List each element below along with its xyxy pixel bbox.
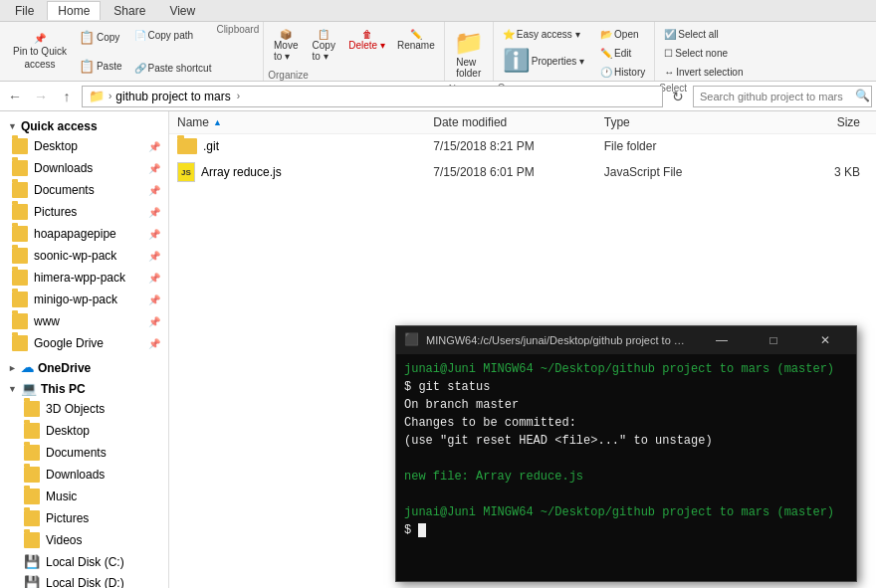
sidebar-item-hoapapagepipe[interactable]: hoapapagepipe 📌 <box>0 223 168 245</box>
pin-icon: 📌 <box>148 316 160 327</box>
col-date-header[interactable]: Date modified <box>433 115 604 129</box>
sidebar-item-desktop-quick[interactable]: Desktop 📌 <box>0 135 168 157</box>
file-row-arrayreduce[interactable]: JS Array reduce.js 7/15/2018 6:01 PM Jav… <box>169 158 876 186</box>
select-none-button[interactable]: ☐ Select none <box>659 45 748 62</box>
sidebar-item-downloads-pc[interactable]: Downloads <box>0 464 168 486</box>
terminal-cursor-line: $ <box>404 523 418 537</box>
tab-share[interactable]: Share <box>103 1 156 21</box>
pin-icon: 📌 <box>148 207 160 218</box>
edit-button[interactable]: ✏️ Edit <box>595 45 650 62</box>
col-name-header[interactable]: Name ▲ <box>177 115 433 129</box>
path-arrow-end: › <box>237 91 240 101</box>
open-button[interactable]: 📂 Open <box>595 26 650 43</box>
copy-button[interactable]: 📋 Copy <box>74 27 127 48</box>
minimize-button[interactable]: — <box>699 326 745 354</box>
sidebar-item-downloads-quick[interactable]: Downloads 📌 <box>0 157 168 179</box>
open-icon: 📂 <box>600 29 612 40</box>
address-bar: ← → ↑ 📁 › github project to mars › ↻ 🔍 <box>0 82 876 111</box>
clipboard-label: Clipboard <box>216 24 259 81</box>
sidebar-item-soonic[interactable]: soonic-wp-pack 📌 <box>0 245 168 267</box>
copy-to-icon: 📋 <box>318 29 329 40</box>
sidebar-item-documents-quick[interactable]: Documents 📌 <box>0 179 168 201</box>
terminal-line-8 <box>404 486 848 503</box>
sidebar-label: Pictures <box>34 205 77 219</box>
chevron-icon: ▼ <box>8 384 17 394</box>
close-button[interactable]: ✕ <box>802 326 848 354</box>
paste-shortcut-button[interactable]: 🔗 Paste shortcut <box>129 60 217 77</box>
folder-icon <box>24 489 40 504</box>
sidebar-item-desktop-pc[interactable]: Desktop <box>0 420 168 442</box>
up-button[interactable]: ↑ <box>56 86 78 107</box>
terminal-branch-info: On branch master <box>404 398 519 412</box>
chevron-icon: ► <box>8 363 17 373</box>
maximize-button[interactable]: □ <box>751 326 796 354</box>
file-name-git: .git <box>177 138 433 154</box>
forward-button[interactable]: → <box>30 86 52 107</box>
pin-icon: 📌 <box>148 141 160 152</box>
pin-icon: 📌 <box>148 251 160 262</box>
refresh-button[interactable]: ↻ <box>667 86 689 107</box>
terminal-titlebar: ⬛ MINGW64:/c/Users/junai/Desktop/github … <box>396 326 856 354</box>
terminal-new-file-name: Array reduce.js <box>476 470 583 484</box>
terminal-cursor <box>418 523 425 537</box>
tab-file[interactable]: File <box>4 1 45 21</box>
terminal-body: junai@Juni MINGW64 ~/Desktop/github proj… <box>396 354 856 581</box>
back-button[interactable]: ← <box>4 86 26 107</box>
file-row-git[interactable]: .git 7/15/2018 8:21 PM File folder <box>169 134 876 158</box>
sidebar-item-www[interactable]: www 📌 <box>0 310 168 332</box>
new-folder-button[interactable]: 📁 Newfolder <box>449 26 489 82</box>
move-to-button[interactable]: 📦 Moveto ▾ <box>268 26 304 65</box>
pin-icon: 📌 <box>148 229 160 240</box>
rename-button[interactable]: ✏️ Rename <box>392 26 440 54</box>
sidebar-item-minigo[interactable]: minigo-wp-pack 📌 <box>0 289 168 310</box>
sidebar-item-pictures-quick[interactable]: Pictures 📌 <box>0 201 168 223</box>
this-pc-header[interactable]: ▼ 💻 This PC <box>0 377 168 398</box>
tab-home[interactable]: Home <box>47 1 101 20</box>
delete-button[interactable]: 🗑 Delete ▾ <box>343 26 390 54</box>
sidebar-item-local-disk-c[interactable]: 💾 Local Disk (C:) <box>0 551 168 572</box>
sidebar-item-3d-objects[interactable]: 3D Objects <box>0 398 168 420</box>
organize-label: Organize <box>268 70 440 81</box>
folder-icon <box>24 532 40 548</box>
pin-to-quick-access-button[interactable]: 📌 Pin to Quickaccess <box>8 29 72 74</box>
easy-access-button[interactable]: ⭐ Easy access ▾ <box>498 26 589 43</box>
sidebar-item-videos[interactable]: Videos <box>0 529 168 551</box>
file-name-label: Array reduce.js <box>201 165 282 179</box>
sidebar-label: Documents <box>34 183 95 197</box>
copy-to-button[interactable]: 📋 Copyto ▾ <box>306 26 341 65</box>
terminal-line-10[interactable]: $ <box>404 521 848 539</box>
select-group: ☑️ Select all ☐ Select none ↔️ Invert se… <box>655 22 752 81</box>
pin-icon: 📌 <box>34 32 46 45</box>
sidebar-item-documents-pc[interactable]: Documents <box>0 442 168 464</box>
invert-selection-button[interactable]: ↔️ Invert selection <box>659 64 748 81</box>
quick-access-header[interactable]: ▼ Quick access <box>0 115 168 135</box>
tab-view[interactable]: View <box>158 1 206 21</box>
terminal-title: MINGW64:/c/Users/junai/Desktop/github pr… <box>426 334 693 346</box>
copy-path-button[interactable]: 📄 Copy path <box>129 27 217 44</box>
copy-path-icon: 📄 <box>134 30 146 41</box>
sidebar-item-pictures-pc[interactable]: Pictures <box>0 507 168 529</box>
sidebar-item-google-drive[interactable]: Google Drive 📌 <box>0 332 168 354</box>
sidebar-item-himera[interactable]: himera-wpp-pack 📌 <box>0 267 168 289</box>
terminal-window[interactable]: ⬛ MINGW64:/c/Users/junai/Desktop/github … <box>395 325 857 582</box>
col-type-header[interactable]: Type <box>604 115 775 129</box>
search-input[interactable] <box>693 86 872 107</box>
chevron-icon: ▼ <box>8 121 17 131</box>
terminal-line-6 <box>404 450 848 468</box>
address-path[interactable]: 📁 › github project to mars › <box>82 86 663 107</box>
properties-button[interactable]: ℹ️ Properties ▾ <box>498 45 589 77</box>
select-all-button[interactable]: ☑️ Select all <box>659 26 748 43</box>
col-size-header[interactable]: Size <box>774 115 868 129</box>
history-button[interactable]: 🕐 History <box>595 64 650 81</box>
js-file-icon: JS <box>177 162 195 182</box>
sidebar-item-local-disk-d[interactable]: 💾 Local Disk (D:) <box>0 572 168 588</box>
sidebar-item-music[interactable]: Music <box>0 486 168 507</box>
new-folder-icon: 📁 <box>454 29 484 57</box>
search-icon[interactable]: 🔍 <box>855 89 870 102</box>
file-size-arrayreduce: 3 KB <box>774 165 868 179</box>
terminal-line-9: junai@Juni MINGW64 ~/Desktop/github proj… <box>404 503 848 521</box>
paste-button[interactable]: 📋 Paste <box>74 56 127 77</box>
onedrive-header[interactable]: ► ☁ OneDrive <box>0 356 168 377</box>
pin-icon: 📌 <box>148 163 160 174</box>
sidebar-label: Local Disk (D:) <box>46 576 124 589</box>
